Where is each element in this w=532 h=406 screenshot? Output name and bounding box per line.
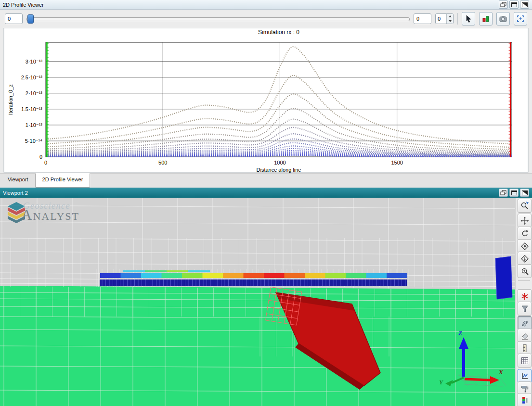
eraser-icon bbox=[520, 331, 529, 340]
colorbar-button[interactable] bbox=[518, 393, 532, 406]
profile-viewer-icon bbox=[520, 372, 529, 381]
svg-text:0: 0 bbox=[39, 154, 42, 160]
orient-icon bbox=[520, 254, 529, 263]
profile-line-segment bbox=[121, 273, 142, 278]
paint-icon bbox=[520, 384, 529, 393]
time-slider[interactable] bbox=[26, 14, 410, 24]
viewport-title: Viewport 2 bbox=[3, 190, 28, 196]
viewport-shade-button[interactable] bbox=[520, 189, 529, 197]
profile-line-segment bbox=[325, 273, 346, 278]
chevron-down-icon bbox=[449, 20, 452, 22]
profile-line-segment bbox=[366, 273, 387, 278]
maximize-button[interactable] bbox=[509, 0, 519, 9]
channel-colors-button[interactable] bbox=[479, 12, 493, 25]
maximize-icon bbox=[511, 2, 518, 8]
snapshot-button[interactable] bbox=[496, 12, 510, 25]
rotate-button[interactable] bbox=[518, 227, 532, 241]
profile-line-segment bbox=[305, 273, 325, 278]
profile-line-segment bbox=[141, 273, 162, 278]
scene-canvas[interactable] bbox=[0, 198, 532, 406]
svg-text:1·10⁻¹³: 1·10⁻¹³ bbox=[26, 122, 42, 128]
chart-title: Simulation rx : 0 bbox=[258, 29, 299, 36]
pan-icon bbox=[520, 216, 529, 225]
svg-text:0: 0 bbox=[44, 160, 47, 165]
svg-text:500: 500 bbox=[158, 160, 167, 165]
filter-icon bbox=[520, 304, 529, 313]
fit-extents-button[interactable] bbox=[514, 12, 527, 25]
tab-viewport[interactable]: Viewport bbox=[1, 174, 35, 188]
shade-button[interactable] bbox=[520, 0, 529, 9]
end-index-input[interactable] bbox=[414, 13, 431, 24]
slice-plane-button[interactable] bbox=[518, 316, 532, 330]
axis-x-arrow bbox=[465, 379, 491, 380]
filter-button[interactable] bbox=[518, 302, 532, 316]
profile-toolbar bbox=[0, 10, 532, 28]
select-cursor-button[interactable] bbox=[462, 12, 475, 25]
svg-text:5·10⁻¹⁴: 5·10⁻¹⁴ bbox=[25, 138, 42, 144]
profile-viewer-button[interactable] bbox=[518, 369, 532, 383]
recenter-icon bbox=[520, 242, 529, 251]
svg-text:1000: 1000 bbox=[274, 160, 285, 165]
profile-window-titlebar: 2D Profile Viewer bbox=[0, 0, 532, 10]
profile-line-segment bbox=[223, 273, 244, 278]
profile-line-segment bbox=[182, 273, 203, 278]
y-axis-label: Iteration_0_z bbox=[8, 84, 13, 115]
grid-icon bbox=[520, 356, 529, 365]
recenter-button[interactable] bbox=[518, 239, 532, 253]
orient-button[interactable] bbox=[518, 252, 532, 266]
x-axis-label: Distance along line bbox=[257, 167, 301, 173]
step-input[interactable] bbox=[436, 15, 446, 22]
terrain-surface bbox=[0, 286, 532, 406]
fit-extents-icon bbox=[516, 14, 525, 23]
rotate-icon bbox=[520, 229, 529, 238]
select-cursor-icon bbox=[464, 14, 473, 23]
camera-icon bbox=[499, 14, 507, 23]
zoom-in-button[interactable] bbox=[518, 264, 532, 278]
snap-button[interactable] bbox=[518, 289, 532, 303]
profile-line-segment bbox=[285, 273, 305, 278]
window-title: 2D Profile Viewer bbox=[3, 2, 44, 8]
slider-handle[interactable] bbox=[27, 14, 34, 24]
profile-line-segment bbox=[162, 273, 182, 278]
survey-cells-row bbox=[100, 279, 407, 286]
profile-line-segment bbox=[387, 273, 407, 278]
svg-text:1500: 1500 bbox=[391, 160, 402, 165]
float-button[interactable] bbox=[499, 0, 508, 9]
profile-line-segment bbox=[264, 273, 285, 278]
viewport-3d-scene[interactable]: Geoscience Analyst Z X Y bbox=[0, 198, 532, 406]
pan-button[interactable] bbox=[518, 214, 532, 228]
side-toolbar-separator bbox=[518, 280, 530, 281]
step-spinner[interactable] bbox=[435, 13, 454, 24]
profile-chart[interactable]: 3·10⁻¹³2.5·10⁻¹³2·10⁻¹³1.5·10⁻¹³1·10⁻¹³5… bbox=[0, 28, 532, 173]
zoom-window-button[interactable] bbox=[518, 199, 532, 213]
ruler-button[interactable] bbox=[518, 341, 532, 355]
profile-line-segment bbox=[100, 273, 121, 278]
profile-line-segment bbox=[346, 273, 366, 278]
profile-chart-svg: 3·10⁻¹³2.5·10⁻¹³2·10⁻¹³1.5·10⁻¹³1·10⁻¹³5… bbox=[0, 28, 532, 173]
chevron-up-icon bbox=[449, 15, 452, 17]
slider-track[interactable] bbox=[26, 17, 410, 21]
viewport-titlebar: Viewport 2 bbox=[0, 188, 532, 198]
shade-icon bbox=[521, 190, 528, 196]
float-icon bbox=[500, 190, 507, 196]
svg-text:2·10⁻¹³: 2·10⁻¹³ bbox=[26, 90, 42, 96]
start-index-input[interactable] bbox=[5, 13, 23, 24]
channel-colors-icon bbox=[481, 14, 490, 23]
grid-button[interactable] bbox=[518, 354, 532, 368]
toolbar-separator bbox=[457, 13, 458, 25]
spin-up-button[interactable] bbox=[447, 14, 453, 19]
colorbar-icon bbox=[520, 396, 529, 405]
tab-2d-profile-viewer[interactable]: 2D Profile Viewer bbox=[35, 173, 91, 188]
viewport-maximize-button[interactable] bbox=[509, 189, 519, 197]
eraser-button[interactable] bbox=[518, 329, 532, 343]
zoom-in-icon bbox=[520, 267, 529, 276]
svg-text:2.5·10⁻¹³: 2.5·10⁻¹³ bbox=[21, 75, 43, 80]
spin-down-button[interactable] bbox=[447, 19, 453, 24]
profile-line-segment bbox=[203, 273, 223, 278]
profile-line-segment bbox=[244, 273, 264, 278]
svg-text:3·10⁻¹³: 3·10⁻¹³ bbox=[26, 59, 42, 64]
blue-plate bbox=[495, 256, 512, 299]
viewport-float-button[interactable] bbox=[499, 189, 508, 197]
viewport-side-toolbar bbox=[515, 198, 532, 406]
svg-text:1.5·10⁻¹³: 1.5·10⁻¹³ bbox=[21, 106, 43, 112]
